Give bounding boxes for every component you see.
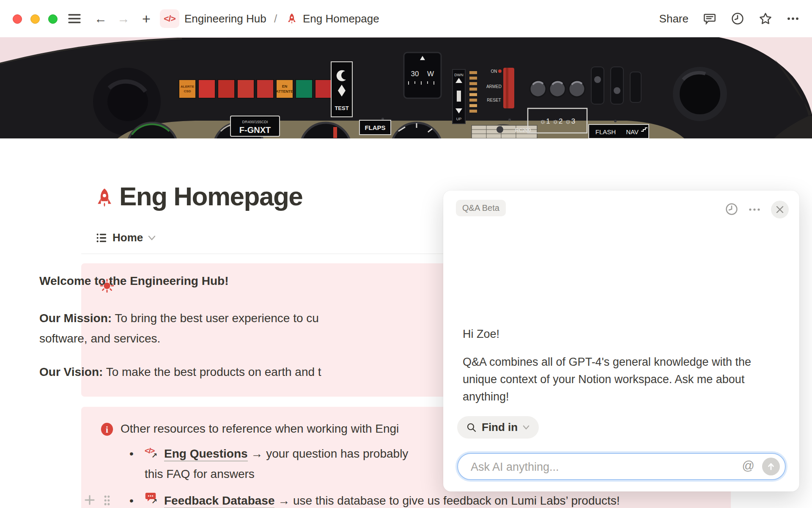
find-in-button[interactable]: Find in — [457, 416, 539, 439]
breadcrumb-parent[interactable]: Engineering Hub — [184, 0, 266, 37]
vision-text: To make the best products on earth and t — [103, 365, 321, 378]
chevron-down-icon — [523, 425, 529, 430]
window-titlebar: ← → + </> Engineering Hub / Eng Homepage… — [0, 0, 812, 37]
eng-questions-link[interactable]: Eng Questions — [164, 447, 248, 461]
cover-label-dwn: DWN — [454, 73, 464, 77]
bullet-marker: • — [129, 494, 134, 508]
link-arrow-icon: ↗ — [151, 497, 157, 506]
vision-paragraph: Our Vision: To make the best products on… — [39, 362, 321, 382]
cover-label-reg-small: DR400/155CDI — [242, 120, 268, 124]
eng-questions-line2: this FAQ for answers — [145, 464, 255, 484]
qa-greeting: Hi Zoe! — [463, 328, 499, 341]
share-button[interactable]: Share — [659, 12, 689, 25]
cover-label-en: EN — [282, 84, 288, 88]
page-cover-image: ALERTE CSD EN ATTENTE DR400/155CDI F-GNX… — [0, 37, 812, 138]
feedback-link-icon: ↗ — [145, 492, 159, 506]
favorite-star-icon[interactable] — [759, 12, 772, 25]
cover-label-on: ON — [491, 69, 497, 74]
welcome-heading: Welcome to the Engineering Hub! — [39, 274, 229, 288]
resources-intro: Other resources to reference when workin… — [121, 419, 399, 439]
cover-label-lights: ☼1 ☼2 ☼3 — [540, 117, 576, 125]
cover-label-flash: FLASH — [595, 128, 616, 135]
sidebar-toggle-icon[interactable] — [67, 0, 82, 37]
page-rocket-icon[interactable] — [94, 187, 115, 208]
bullet-marker: • — [129, 447, 134, 461]
cover-label-csd: CSD — [184, 89, 191, 93]
rocket-icon — [284, 0, 299, 37]
vision-label: Our Vision: — [39, 365, 103, 378]
ask-ai-input[interactable] — [470, 456, 725, 478]
mission-paragraph: Our Mission: To bring the best user expe… — [39, 308, 319, 349]
more-options-icon[interactable] — [787, 12, 799, 25]
hub-page-icon[interactable]: </> — [160, 9, 179, 28]
cover-label-test: TEST — [335, 105, 348, 111]
feedback-line: Feedback Database → use this database to… — [164, 491, 620, 508]
qa-assistant-panel: Q&A Beta Hi Zoe! Q&A combines all of GPT… — [443, 190, 799, 491]
cover-label-alerte: ALERTE — [181, 85, 195, 88]
cover-label-reset: RESET — [487, 98, 501, 102]
qa-beta-badge: Q&A Beta — [456, 200, 506, 216]
close-window-button[interactable] — [13, 14, 22, 24]
mission-text: To bring the best user experience to cu — [112, 312, 319, 325]
mission-label: Our Mission: — [39, 312, 112, 325]
mission-line2: software, and services. — [39, 332, 160, 345]
cockpit-illustration: ALERTE CSD EN ATTENTE DR400/155CDI F-GNX… — [0, 37, 812, 138]
drag-handle[interactable] — [103, 494, 111, 506]
link-arrow-icon: ↗ — [151, 451, 157, 460]
send-button[interactable] — [762, 458, 780, 475]
cover-label-attente: ATTENTE — [276, 89, 294, 94]
code-link-icon: </> ↗ — [145, 446, 159, 461]
chevron-down-icon — [148, 235, 156, 240]
breadcrumb-current-page[interactable]: Eng Homepage — [303, 0, 379, 37]
cover-label-flaps: FLAPS — [365, 124, 385, 131]
search-icon — [466, 422, 477, 433]
cover-label-up: UP — [456, 117, 462, 121]
feedback-after: → use this database to give us feedback … — [274, 494, 620, 507]
eng-questions-after: → your question has probably — [248, 447, 409, 460]
qa-history-icon[interactable] — [725, 202, 738, 216]
find-in-label: Find in — [482, 421, 518, 434]
info-icon: i — [100, 422, 114, 436]
cover-label-compass-30: 30 — [411, 70, 419, 78]
add-block-button[interactable] — [83, 494, 96, 506]
cover-label-armed: ARMED — [486, 84, 502, 89]
view-tab-label: Home — [112, 231, 143, 244]
feedback-database-link[interactable]: Feedback Database — [164, 494, 274, 508]
history-icon[interactable] — [731, 12, 744, 25]
qa-description: Q&A combines all of GPT-4's general know… — [463, 353, 785, 406]
page-title[interactable]: Eng Homepage — [119, 181, 302, 211]
list-view-icon — [96, 232, 107, 244]
mention-at-icon[interactable]: @ — [742, 459, 754, 473]
zoom-window-button[interactable] — [48, 14, 58, 24]
minimize-window-button[interactable] — [30, 14, 40, 24]
cover-label-registration: F-GNXT — [239, 125, 271, 135]
eng-questions-line: Eng Questions → your question has probab… — [164, 444, 408, 464]
qa-close-icon[interactable] — [771, 201, 789, 218]
ask-ai-input-container: @ — [457, 453, 786, 480]
svg-text:i: i — [106, 425, 108, 435]
tab-home-view[interactable]: Home — [96, 231, 156, 244]
new-tab-icon[interactable]: + — [138, 0, 155, 37]
breadcrumb-separator: / — [274, 0, 277, 37]
cover-label-nav: NAV — [626, 128, 639, 135]
back-icon[interactable]: ← — [92, 0, 109, 37]
comments-icon[interactable] — [703, 12, 716, 25]
cover-label-compass-w: W — [427, 70, 434, 78]
qa-more-options-icon[interactable] — [749, 207, 760, 212]
forward-icon[interactable]: → — [115, 0, 132, 37]
